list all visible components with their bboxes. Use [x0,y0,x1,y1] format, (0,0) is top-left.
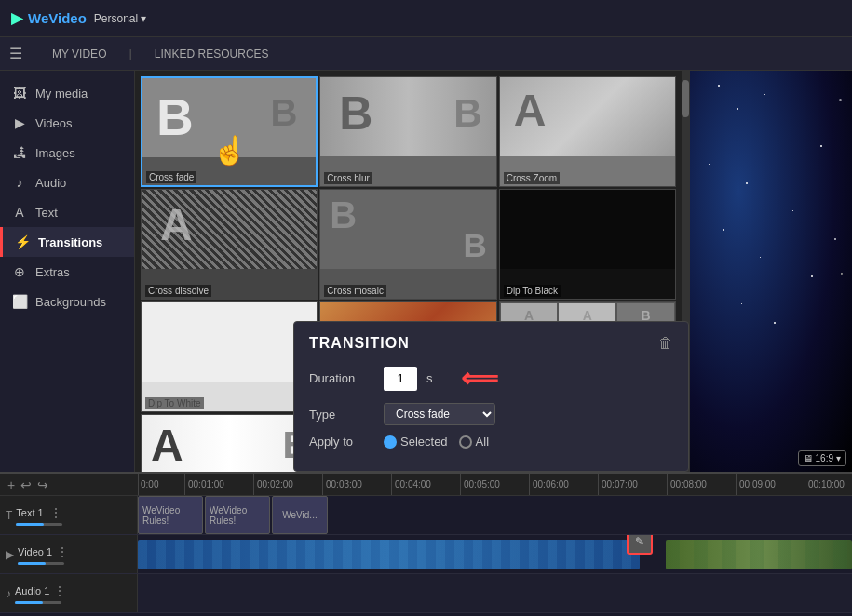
sidebar-item-backgrounds[interactable]: ⬜ Backgrounds [0,287,134,316]
sidebar-item-my-media[interactable]: 🖼 My media [0,78,134,108]
sidebar-label-images: Images [35,146,75,160]
popup-type-label: Type [309,408,374,422]
ruler-mark-1: 00:01:00 [184,474,253,495]
sidebar-item-videos[interactable]: ▶ Videos [0,108,134,138]
text-clip-2[interactable]: WeVideo Rules! [205,496,270,534]
timeline-controls: + ↩ ↪ [7,474,48,496]
audio-track-name: Audio 1 [15,585,49,596]
star [783,127,784,127]
sidebar-item-audio[interactable]: ♪ Audio [0,167,134,197]
transition-diptowhite-label: Dip To White [145,397,204,409]
video-track-volume [18,562,64,565]
audio-track-header: ♪ Audio 1 ⋮ [0,574,138,612]
star [839,99,842,101]
text-track-header-top: Text 1 ⋮ [16,505,62,520]
popup-delete-icon[interactable]: 🗑 [658,335,673,352]
popup-radio-all[interactable]: All [459,435,489,449]
edit-pencil-icon: ✎ [635,535,644,548]
menubar: ☰ MY VIDEO | LINKED RESOURCES [0,37,852,71]
star [723,229,724,231]
text-clip-1[interactable]: WeVideo Rules! [138,496,203,534]
transition-marker[interactable]: ✎ [627,535,653,555]
transitions-icon: ⚡ [14,234,31,249]
sidebar-item-images[interactable]: 🏞 Images [0,138,134,167]
aspect-ratio-badge[interactable]: 🖥 16:9 ▾ [798,450,846,466]
popup-radio-group: Selected All [384,435,489,449]
hamburger-icon[interactable]: ☰ [9,45,22,62]
transition-diptoblack[interactable]: Dip To Black [499,189,676,300]
transition-crossdissolve-label: Cross dissolve [145,285,211,297]
video-track-menu-icon[interactable]: ⋮ [56,544,69,559]
radio-all-dot [459,435,472,449]
transitions-content: B B Cross fade ☝ B B Cross blur A Cross … [135,71,689,472]
popup-duration-unit: s [426,371,433,385]
popup-type-select[interactable]: Cross fade Cross blur Cross Zoom Dip To … [384,403,495,425]
sidebar-label-audio: Audio [35,176,66,190]
sidebar-item-extras[interactable]: ⊕ Extras [0,257,134,287]
app-logo: ▶ WeVideo [11,9,87,27]
sidebar-label-extras: Extras [35,265,70,279]
text-track-header: T Text 1 ⋮ [0,496,138,534]
videos-icon: ▶ [11,115,28,130]
star [834,238,836,240]
sidebar-label-backgrounds: Backgrounds [35,295,106,309]
popup-duration-row: Duration s ⟸ [309,363,673,394]
extras-icon: ⊕ [11,264,28,279]
video-track-name: Video 1 [18,546,52,557]
transition-popup: TRANSITION 🗑 Duration s ⟸ Type Cross fad… [293,321,689,472]
video-track-header: ▶ Video 1 ⋮ [0,535,138,573]
chevron-down-icon: ▾ [141,12,146,25]
transition-crossmosaic[interactable]: B B Cross mosaic [319,189,496,300]
transition-crossblur[interactable]: B B Cross blur [319,76,496,187]
star [718,85,720,87]
video-track-controls: Video 1 ⋮ [18,544,69,565]
transition-row4-1[interactable]: A B [141,414,318,472]
video-clip-nature[interactable] [666,540,852,569]
ruler-mark-5: 00:05:00 [460,474,529,495]
transition-crossdissolve[interactable]: A Cross dissolve [141,189,318,300]
popup-duration-input[interactable] [384,367,417,391]
star [760,257,761,258]
star [774,322,776,324]
linked-resources-tab[interactable]: LINKED RESOURCES [147,44,277,64]
video-track-icon: ▶ [6,548,14,561]
video-track-volume-fill [18,562,46,565]
ruler-mark-4: 00:04:00 [391,474,460,495]
popup-radio-selected[interactable]: Selected [384,435,448,449]
scrollbar-thumb[interactable] [682,80,689,117]
undo-icon[interactable]: ↩ [20,477,32,492]
chevron-down-icon: ▾ [836,453,841,463]
ruler-mark-2: 00:02:00 [253,474,322,495]
sidebar-item-transitions[interactable]: ⚡ Transitions [0,227,134,257]
video-clip-blue[interactable] [138,540,640,569]
app-name: WeVideo [28,10,87,26]
transition-crossfade[interactable]: B B Cross fade ☝ [141,76,318,187]
redo-icon[interactable]: ↪ [37,477,48,492]
transition-diptoblack-label: Dip To Black [504,285,561,297]
transition-crosszoom[interactable]: A Cross Zoom [499,76,676,187]
star [737,108,738,110]
timeline-ruler: + ↩ ↪ 0:00 00:01:00 00:02:00 00:03:00 00… [0,474,852,496]
transition-diptowhite[interactable]: Dip To White [141,301,318,412]
audio-track-row: ♪ Audio 1 ⋮ [0,574,852,613]
ruler-mark-6: 00:06:00 [529,474,598,495]
audio-track-menu-icon[interactable]: ⋮ [53,583,66,598]
sidebar-label-my-media: My media [35,87,88,100]
text-track-volume-fill [16,523,44,526]
audio-track-controls: Audio 1 ⋮ [15,583,66,604]
video-track-row: ▶ Video 1 ⋮ [0,535,852,574]
monitor-icon: 🖥 [804,453,813,463]
video-track-header-top: Video 1 ⋮ [18,544,69,559]
backgrounds-icon: ⬜ [11,294,28,309]
text-track-menu-icon[interactable]: ⋮ [49,505,62,520]
ruler-mark-0: 0:00 [138,474,184,495]
my-video-tab[interactable]: MY VIDEO [45,44,114,64]
workspace-selector[interactable]: Personal ▾ [94,12,146,25]
sidebar-item-text[interactable]: A Text [0,197,134,227]
transition-crosszoom-label: Cross Zoom [504,172,560,184]
add-track-icon[interactable]: + [7,477,15,492]
sidebar-label-text: Text [35,206,58,220]
text-clip-3[interactable]: WeVid... [272,496,328,534]
workspace-name: Personal [94,12,138,25]
timeline: + ↩ ↪ 0:00 00:01:00 00:02:00 00:03:00 00… [0,472,852,616]
